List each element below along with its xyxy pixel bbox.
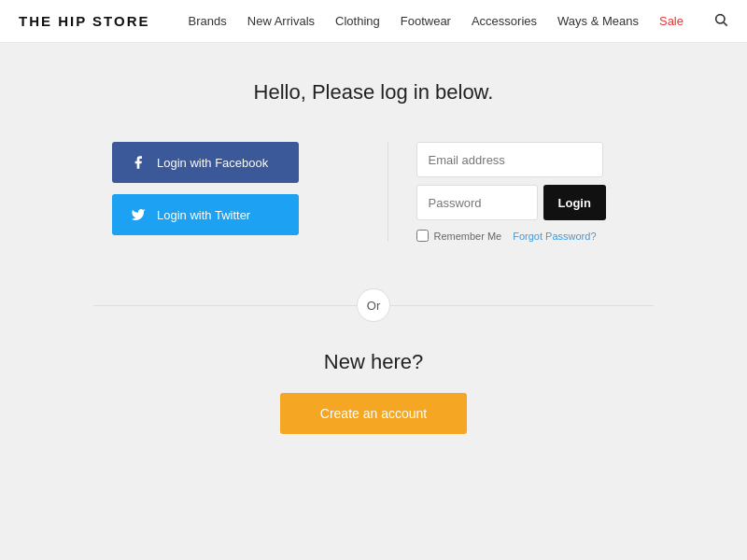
vertical-divider <box>388 142 388 242</box>
main-nav: Brands New Arrivals Clothing Footwear Ac… <box>189 12 728 31</box>
facebook-login-label: Login with Facebook <box>157 156 268 170</box>
login-button[interactable]: Login <box>543 185 606 220</box>
twitter-login-button[interactable]: Login with Twitter <box>112 194 299 235</box>
nav-clothing[interactable]: Clothing <box>335 14 380 28</box>
svg-line-1 <box>724 22 727 26</box>
site-logo: THE HIP STORE <box>19 13 149 29</box>
twitter-login-label: Login with Twitter <box>157 208 250 222</box>
search-icon[interactable] <box>713 12 728 31</box>
twitter-icon <box>129 205 148 224</box>
site-header: THE HIP STORE Brands New Arrivals Clothi… <box>0 0 747 43</box>
password-field[interactable] <box>416 185 538 220</box>
nav-new-arrivals[interactable]: New Arrivals <box>247 14 315 28</box>
page-title: Hello, Please log in below. <box>254 80 494 105</box>
new-here-title: New here? <box>324 350 423 374</box>
remember-me-label: Remember Me <box>434 231 502 242</box>
nav-ways-means[interactable]: Ways & Means <box>557 14 639 28</box>
main-content: Hello, Please log in below. Login with F… <box>0 43 747 434</box>
forgot-password-link[interactable]: Forgot Password? <box>513 231 596 242</box>
login-container: Login with Facebook Login with Twitter L… <box>112 142 635 242</box>
remember-row: Remember Me Forgot Password? <box>416 230 636 242</box>
facebook-icon <box>129 153 148 172</box>
or-circle: Or <box>357 288 390 322</box>
email-login-section: Login Remember Me Forgot Password? <box>416 142 636 242</box>
nav-sale[interactable]: Sale <box>659 14 684 28</box>
facebook-login-button[interactable]: Login with Facebook <box>112 142 299 183</box>
nav-accessories[interactable]: Accessories <box>472 14 537 28</box>
nav-brands[interactable]: Brands <box>189 14 227 28</box>
password-row: Login <box>416 185 636 220</box>
new-here-section: New here? Create an account <box>280 350 467 434</box>
or-divider-section: Or <box>93 288 654 322</box>
or-line-right <box>389 305 654 306</box>
email-field[interactable] <box>416 142 603 177</box>
remember-me-checkbox[interactable] <box>416 230 429 242</box>
create-account-button[interactable]: Create an account <box>280 393 467 434</box>
or-label: Or <box>367 299 380 313</box>
nav-footwear[interactable]: Footwear <box>401 14 451 28</box>
or-line-left <box>93 305 358 306</box>
svg-point-0 <box>716 14 725 22</box>
social-login-section: Login with Facebook Login with Twitter <box>112 142 359 235</box>
